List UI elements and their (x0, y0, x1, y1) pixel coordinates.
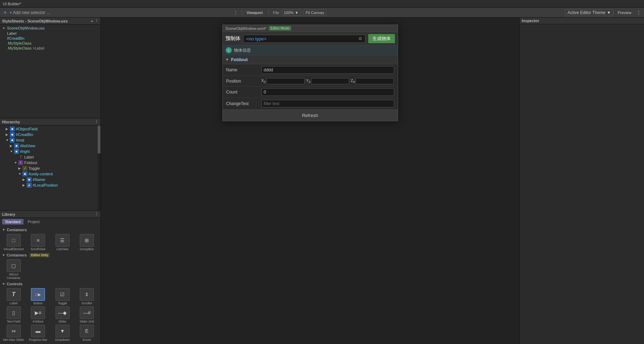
generate-button[interactable]: 生成物体 (368, 34, 395, 43)
fit-canvas-button[interactable]: Fit Canvas (303, 9, 327, 16)
pos-y-input[interactable] (311, 78, 349, 84)
lib-item-toggle[interactable]: ☑ Toggle (51, 288, 74, 305)
stylesheets-dots[interactable]: ⋮ (95, 19, 98, 23)
toolbar-dots-right[interactable]: ⋮ (636, 10, 642, 15)
list-item[interactable]: ▶ ✓ Toggle (0, 165, 100, 171)
list-item[interactable]: T Label (0, 154, 100, 160)
lib-item-dropdown[interactable]: ▼ Dropdown (51, 325, 74, 342)
dropdown-icon: ▼ (56, 325, 70, 337)
lib-section-controls[interactable]: ▼ Controls (2, 281, 98, 287)
list-item[interactable]: ▼ ■ #mid (0, 137, 100, 143)
viewport-content: SceneObjWindow.uxml* Editor Mode 预制体 <no… (101, 18, 519, 344)
hierarchy-scrollbar[interactable] (98, 125, 100, 210)
type-field[interactable]: <no type> ⚙ (243, 35, 365, 43)
lib-item-button[interactable]: □▶ Button (27, 288, 50, 305)
pos-x-input[interactable] (266, 78, 305, 84)
lib-item-slider-int[interactable]: —# Slider (Int) (76, 306, 99, 323)
pos-y-sub: 0 (308, 80, 310, 84)
list-item[interactable]: ▶ ■ #Name (0, 177, 100, 182)
list-item[interactable]: ▶ ■ #CreatBtn (0, 132, 100, 137)
inspector-title: Inspector (522, 19, 539, 23)
ss-file-icon: ▼ (2, 26, 6, 30)
lib-item-enum[interactable]: E Enum (76, 325, 99, 342)
lib-item-imgui[interactable]: ▢ IMGUI Container (2, 259, 25, 280)
unity-content-icon: ■ (22, 171, 27, 176)
progress-bar-label: Progress Bar (29, 338, 47, 342)
list-item[interactable]: ▶ ■ #ObjectField (0, 126, 100, 132)
listview-icon-lib: ☰ (56, 234, 70, 247)
list-item[interactable]: ▼ ■ #right (0, 149, 100, 154)
enum-label: Enum (83, 338, 91, 342)
ss-file-item[interactable]: ▼ SceneObjWindow.uss (0, 25, 100, 31)
preview-button[interactable]: Preview (616, 10, 633, 15)
file-label: File (273, 11, 279, 15)
lib-item-minmax-slider[interactable]: ⇔ Min-Max Slider (2, 325, 25, 342)
lib-item-visualelement[interactable]: □ VisualElement (2, 234, 25, 251)
list-item[interactable]: ▶ ■ #listView (0, 143, 100, 149)
lib-item-textfield[interactable]: ▯ Text Field (2, 306, 25, 323)
refresh-button[interactable]: Refresh (223, 110, 398, 121)
count-field-input[interactable] (261, 88, 394, 96)
hierarchy-panel: Hierarchy ⋮ ▶ ■ #ObjectField ▶ ■ #CreatB… (0, 118, 100, 210)
zoom-button[interactable]: 100% ▼ (281, 9, 301, 16)
lib-section-containers[interactable]: ▼ Containers (2, 227, 98, 233)
tab-project[interactable]: Project (25, 219, 43, 225)
lib-item-scrollview[interactable]: ≡ ScrollView (27, 234, 50, 251)
lib-item-listview[interactable]: ☰ ListView (51, 234, 74, 251)
pos-z-sub: 0 (353, 80, 355, 84)
count-field-row: Count (223, 86, 398, 98)
name-icon: ■ (27, 177, 32, 182)
main-layout: StyleSheets - SceneObjWindow.uss + ⋮ ▼ S… (0, 18, 644, 344)
list-item[interactable]: ▼ F Foldout (0, 160, 100, 165)
library-tabs: Standard Project (0, 218, 100, 226)
ss-item-label[interactable]: Label (0, 31, 100, 36)
ss-dot-text: .MyStyleClass (7, 41, 32, 45)
inspector-content (520, 24, 644, 344)
ss-item-creatbtn[interactable]: #CreatBtn (0, 36, 100, 41)
hierarchy-scrollbar-thumb[interactable] (98, 125, 100, 154)
tab-standard[interactable]: Standard (2, 219, 24, 225)
slider-int-label: Slider (Int) (79, 320, 94, 323)
pos-z-input[interactable] (356, 78, 394, 84)
lib-item-slider[interactable]: —◆ Slider (51, 306, 74, 323)
theme-dropdown[interactable]: Active Editor Theme ▼ (565, 9, 613, 16)
ss-item-mystyleclass[interactable]: .MyStyleClass (0, 41, 100, 46)
changetest-field-input[interactable] (261, 100, 394, 108)
ss-item-mystyleclass-label[interactable]: .MyStyleClass >Label (0, 46, 100, 51)
imgui-icon: ▢ (7, 259, 21, 272)
type-field-text: <no type> (246, 36, 267, 41)
lib-item-foldout[interactable]: ▶≡ Foldout (27, 306, 50, 323)
list-item[interactable]: ▶ ⚡ #LocalPosition (0, 182, 100, 188)
hierarchy-content[interactable]: ▶ ■ #ObjectField ▶ ■ #CreatBtn ▼ ■ #mid … (0, 125, 100, 210)
list-item[interactable]: ▼ ■ #unity-content (0, 171, 100, 177)
lib-item-progress-bar[interactable]: ▬ Progress Bar (27, 325, 50, 342)
add-selector-label: + Add new selector ... (9, 10, 50, 15)
name-field-input[interactable] (261, 66, 394, 74)
name-field-row: Name (223, 64, 398, 76)
viewport-panel: SceneObjWindow.uxml* Editor Mode 预制体 <no… (101, 18, 519, 344)
h-arrow: ▼ (18, 172, 22, 176)
pos-z-field: Z0 (351, 78, 394, 84)
imgui-label: IMGUI Container (2, 273, 25, 280)
stylesheets-plus[interactable]: + (91, 19, 93, 23)
objectfield-icon: ■ (10, 126, 15, 131)
h-item-objectfield: #ObjectField (16, 127, 38, 131)
library-dots[interactable]: ⋮ (95, 212, 98, 216)
lib-section-editor-only[interactable]: ▼ Containers Editor Only (2, 252, 98, 258)
add-selector-button[interactable]: + (2, 9, 8, 16)
lib-item-scroller[interactable]: ⇕ Scroller (76, 288, 99, 305)
mid-icon: ■ (10, 138, 15, 143)
listview-label: ListView (57, 247, 68, 251)
toolbar-dots-left[interactable]: ⋮ (234, 10, 238, 15)
scrollview-icon: ≡ (31, 234, 45, 247)
ss-file-name: SceneObjWindow.uss (7, 26, 45, 30)
editor-only-label: Containers (7, 253, 27, 257)
foldout-header[interactable]: ▼ Foldout (223, 55, 398, 64)
lib-item-label[interactable]: T Label (2, 288, 25, 305)
containers-label: Containers (7, 228, 27, 232)
zoom-label: 100% (284, 11, 294, 15)
label-label: Label (10, 301, 18, 305)
lib-item-groupbox[interactable]: ⊞ GroupBox (76, 234, 99, 251)
h-item-creatbtn: #CreatBtn (16, 132, 33, 137)
hierarchy-dots[interactable]: ⋮ (95, 119, 98, 124)
